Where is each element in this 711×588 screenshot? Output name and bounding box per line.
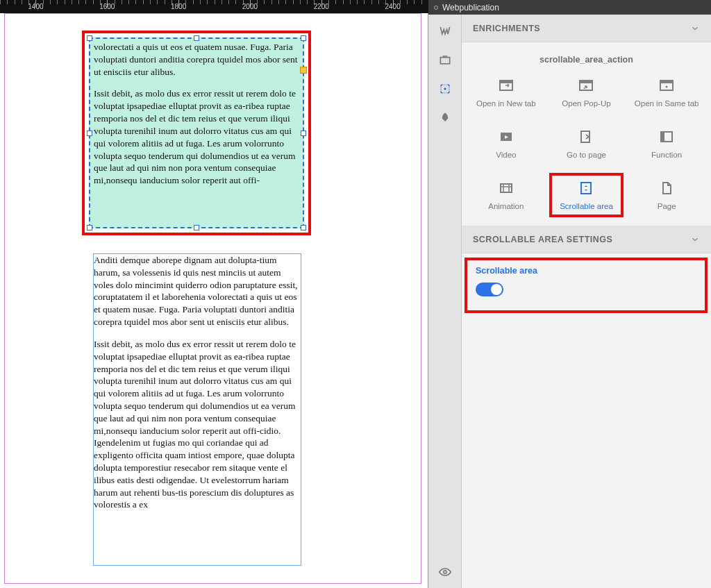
frame1-paragraph-1: volorectati a quis ut eos et quatem nusa… bbox=[94, 41, 299, 78]
scrollable-area-toggle[interactable] bbox=[476, 283, 503, 296]
panel-grip-icon bbox=[434, 6, 438, 10]
ruler-mark: 2400 bbox=[385, 3, 400, 10]
page-icon bbox=[658, 180, 675, 196]
resize-handle-nw[interactable] bbox=[87, 35, 92, 41]
ruler-mark: 1800 bbox=[171, 3, 186, 10]
resize-handle-n[interactable] bbox=[194, 35, 199, 41]
function-icon bbox=[658, 128, 675, 145]
resize-handle-ne[interactable] bbox=[301, 35, 306, 41]
enrichments-accordion-head[interactable]: ENRICHMENTS bbox=[462, 15, 711, 42]
content-indicator-icon[interactable] bbox=[300, 67, 307, 74]
chevron-down-icon bbox=[690, 235, 700, 244]
sametab-icon bbox=[658, 77, 675, 94]
enrichment-label: Open in Same tab bbox=[635, 99, 699, 108]
enrichments-body: scrollable_area_action Open in New tabOp… bbox=[462, 42, 711, 226]
rail-icon-preview-eye[interactable] bbox=[437, 564, 453, 580]
text-frame-1[interactable]: volorectati a quis ut eos et quatem nusa… bbox=[94, 41, 299, 225]
gotopage-icon bbox=[578, 128, 594, 145]
frame1-paragraph-2: Issit debit, as molo dus ex error ressit… bbox=[94, 87, 299, 187]
horizontal-ruler[interactable]: 140016001800200022002400 bbox=[0, 0, 428, 13]
newtab-icon bbox=[498, 77, 515, 94]
enrichment-grid: Open in New tabOpen Pop-UpOpen in Same t… bbox=[462, 74, 711, 213]
animation-icon bbox=[498, 180, 515, 196]
ruler-mark: 2000 bbox=[242, 3, 258, 10]
enrichment-video[interactable]: Video bbox=[466, 126, 546, 162]
panel-titlebar[interactable]: Webpublication bbox=[428, 0, 711, 15]
popup-icon bbox=[578, 77, 594, 94]
chevron-down-icon bbox=[690, 24, 700, 33]
enrichment-newtab[interactable]: Open in New tab bbox=[466, 74, 546, 110]
enrichment-label: Open Pop-Up bbox=[562, 99, 610, 108]
rail-icon-home[interactable] bbox=[437, 23, 453, 38]
rail-icon-briefcase[interactable] bbox=[437, 52, 453, 67]
ruler-mark: 2200 bbox=[314, 3, 329, 10]
settings-body: Scrollable area bbox=[462, 253, 711, 588]
enrichment-animation[interactable]: Animation bbox=[466, 177, 546, 213]
enrichment-function[interactable]: Function bbox=[626, 126, 707, 162]
frame2-paragraph-2: Issit debit, as molo dus ex error ressit… bbox=[94, 338, 301, 511]
resize-handle-sw[interactable] bbox=[87, 225, 92, 230]
rail-icon-rocket[interactable] bbox=[437, 110, 453, 126]
panel-tool-rail bbox=[428, 15, 462, 588]
enrichment-sametab[interactable]: Open in Same tab bbox=[626, 74, 707, 110]
enrichment-gotopage[interactable]: Go to page bbox=[546, 126, 627, 162]
resize-handle-s[interactable] bbox=[194, 225, 199, 230]
annotation-highlight-scrollable bbox=[549, 173, 624, 217]
enrichment-label: Animation bbox=[488, 202, 524, 210]
ruler-mark: 1600 bbox=[99, 3, 115, 10]
document-canvas-column: 140016001800200022002400 volorectati a q… bbox=[0, 0, 428, 588]
resize-handle-w[interactable] bbox=[87, 131, 92, 136]
enrichment-page[interactable]: Page bbox=[626, 177, 707, 213]
enrichment-label: Video bbox=[496, 151, 516, 159]
settings-heading: SCROLLABLE AREA SETTINGS bbox=[473, 235, 612, 244]
toggle-knob bbox=[491, 284, 502, 295]
resize-handle-e[interactable] bbox=[301, 131, 306, 136]
enrichment-label: Go to page bbox=[567, 151, 606, 159]
enrichment-label: Open in New tab bbox=[476, 99, 536, 108]
resize-handle-se[interactable] bbox=[301, 225, 306, 230]
panel-body: ENRICHMENTS scrollable_area_action Open … bbox=[462, 15, 711, 588]
enrichments-heading: ENRICHMENTS bbox=[473, 24, 540, 33]
webpublication-panel: Webpublication ENRICHMENTS scrollable_ar… bbox=[428, 0, 711, 588]
enrichment-label: Function bbox=[651, 151, 682, 159]
panel-title: Webpublication bbox=[442, 3, 499, 12]
frame2-paragraph-1: Anditi demque aborepe dignam aut dolupta… bbox=[94, 254, 301, 328]
enrichment-popup[interactable]: Open Pop-Up bbox=[546, 74, 627, 110]
rail-icon-add-enrichment[interactable] bbox=[437, 81, 453, 96]
document-canvas[interactable]: volorectati a quis ut eos et quatem nusa… bbox=[0, 13, 428, 588]
ruler-mark: 1400 bbox=[28, 3, 43, 10]
settings-accordion-head[interactable]: SCROLLABLE AREA SETTINGS bbox=[462, 226, 711, 253]
enrichment-action-subhead: scrollable_area_action bbox=[462, 55, 711, 65]
enrichment-label: Page bbox=[658, 202, 676, 210]
enrichment-scrollable[interactable]: Scrollable area bbox=[546, 177, 627, 213]
text-frame-2[interactable]: Anditi demque aborepe dignam aut dolupta… bbox=[93, 253, 301, 566]
video-icon bbox=[498, 128, 515, 145]
